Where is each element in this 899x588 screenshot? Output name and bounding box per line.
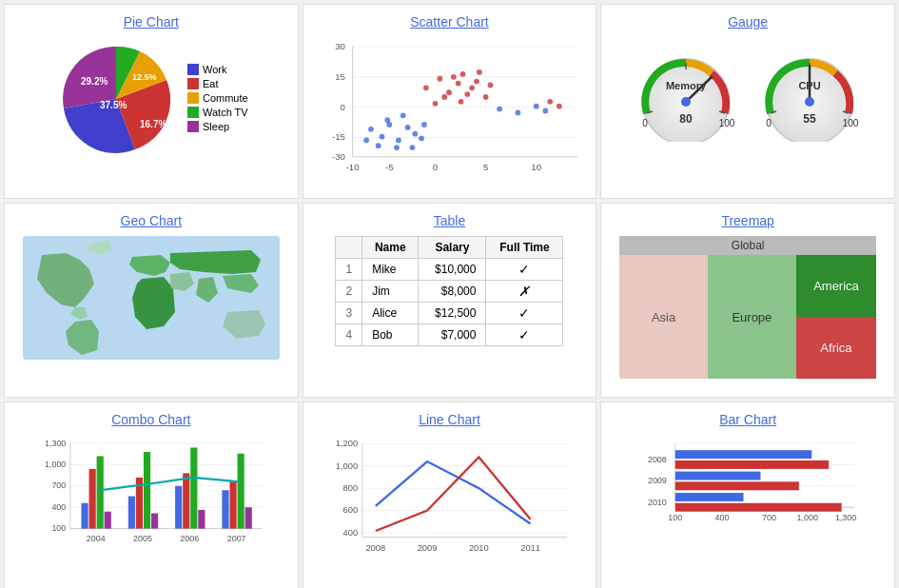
scatter-chart-title[interactable]: Scatter Chart xyxy=(410,14,488,29)
table-title[interactable]: Table xyxy=(434,213,465,228)
memory-gauge: Memory 0 100 80 xyxy=(634,47,738,142)
row4-fulltime: ✓ xyxy=(486,324,563,346)
combo-chart-title[interactable]: Combo Chart xyxy=(111,412,190,427)
svg-text:-10: -10 xyxy=(346,162,360,172)
svg-text:2008: 2008 xyxy=(366,543,386,553)
svg-rect-138 xyxy=(675,450,811,459)
row1-num: 1 xyxy=(336,259,362,281)
treemap-card: Treemap Global Asia Europe America Afric… xyxy=(600,203,895,398)
svg-rect-92 xyxy=(81,503,88,529)
svg-point-52 xyxy=(543,108,549,114)
svg-text:-5: -5 xyxy=(385,162,394,172)
svg-text:1,000: 1,000 xyxy=(45,460,66,469)
table-card: Table Name Salary Full Time 1 Mike $10,0… xyxy=(303,203,597,398)
svg-text:16.7%: 16.7% xyxy=(140,119,166,129)
geo-map xyxy=(23,236,280,360)
scatter-chart-svg: 30 15 0 -15 -30 -10 -5 0 5 10 xyxy=(316,37,582,185)
svg-text:1,000: 1,000 xyxy=(336,461,358,471)
line-chart-svg: 1,200 1,000 800 600 400 2008 2009 2010 2… xyxy=(316,435,582,573)
line-chart-title[interactable]: Line Chart xyxy=(419,412,480,427)
svg-rect-95 xyxy=(105,512,111,529)
row1-name: Mike xyxy=(362,259,419,281)
svg-point-70 xyxy=(805,97,814,107)
svg-text:700: 700 xyxy=(51,480,66,490)
geo-chart-title[interactable]: Geo Chart xyxy=(121,213,183,228)
scatter-chart-card: Scatter Chart 30 15 0 -15 -30 -10 -5 0 5… xyxy=(303,4,597,199)
svg-point-34 xyxy=(488,83,494,88)
svg-text:1,000: 1,000 xyxy=(797,513,818,522)
svg-text:2005: 2005 xyxy=(133,534,152,543)
svg-point-38 xyxy=(396,138,401,144)
table-row: 1 Mike $10,000 ✓ xyxy=(336,259,563,281)
treemap-right: America Africa xyxy=(796,255,876,379)
svg-text:600: 600 xyxy=(343,505,359,515)
svg-point-50 xyxy=(516,110,521,116)
svg-point-32 xyxy=(433,101,439,107)
svg-point-28 xyxy=(465,91,471,97)
data-table: Name Salary Full Time 1 Mike $10,000 ✓ 2… xyxy=(335,236,563,346)
svg-point-33 xyxy=(483,94,489,100)
svg-text:Memory: Memory xyxy=(666,80,707,91)
svg-point-22 xyxy=(447,89,453,95)
gauges-container: Memory 0 100 80 xyxy=(634,47,862,142)
svg-point-24 xyxy=(460,71,466,77)
svg-text:29.2%: 29.2% xyxy=(81,76,107,87)
legend-commute: Commute xyxy=(203,92,248,104)
geo-map-svg xyxy=(23,236,280,360)
svg-point-20 xyxy=(423,85,429,90)
cpu-gauge-svg: CPU 0 100 55 xyxy=(757,47,862,142)
line-chart-card: Line Chart 1,200 1,000 800 600 400 2008 … xyxy=(303,402,597,588)
svg-rect-140 xyxy=(675,472,761,480)
svg-text:2007: 2007 xyxy=(227,534,246,543)
memory-gauge-svg: Memory 0 100 80 xyxy=(634,47,738,142)
row1-salary: $10,000 xyxy=(419,259,486,281)
svg-text:0: 0 xyxy=(766,118,772,128)
table-row: 4 Bob $7,000 ✓ xyxy=(336,324,563,346)
svg-point-23 xyxy=(456,81,461,87)
svg-text:12.5%: 12.5% xyxy=(132,72,157,82)
svg-rect-100 xyxy=(175,486,182,529)
svg-text:55: 55 xyxy=(803,112,816,126)
treemap-container: Global Asia Europe America Africa xyxy=(619,236,876,379)
row2-name: Jim xyxy=(362,281,419,303)
svg-point-46 xyxy=(364,138,370,144)
svg-text:2008: 2008 xyxy=(648,455,667,464)
svg-point-39 xyxy=(405,125,411,130)
svg-text:1,300: 1,300 xyxy=(45,439,66,448)
svg-text:100: 100 xyxy=(843,118,859,128)
row3-num: 3 xyxy=(336,303,362,324)
bar-chart-card: Bar Chart 2008 2009 2010 100 400 700 1,0… xyxy=(600,402,895,588)
row2-salary: $8,000 xyxy=(419,281,486,303)
table-header-name: Name xyxy=(362,237,419,259)
treemap-global-label: Global xyxy=(619,236,876,255)
svg-rect-94 xyxy=(96,456,103,528)
treemap-title[interactable]: Treemap xyxy=(721,213,774,228)
svg-rect-139 xyxy=(675,461,829,469)
svg-rect-104 xyxy=(222,490,228,528)
svg-rect-106 xyxy=(237,454,244,529)
svg-rect-142 xyxy=(675,493,744,501)
row1-fulltime: ✓ xyxy=(486,259,563,281)
row4-name: Bob xyxy=(362,324,419,346)
svg-text:2009: 2009 xyxy=(418,543,438,553)
row2-num: 2 xyxy=(336,281,362,303)
svg-text:100: 100 xyxy=(51,523,66,533)
svg-point-42 xyxy=(395,145,401,150)
bar-chart-svg: 2008 2009 2010 100 400 700 1,000 1,300 xyxy=(619,435,876,559)
row4-num: 4 xyxy=(336,324,362,346)
svg-text:37.5%: 37.5% xyxy=(100,100,127,110)
svg-text:2011: 2011 xyxy=(521,543,541,553)
row3-salary: $12,500 xyxy=(419,303,486,324)
treemap-america: America xyxy=(796,255,876,317)
gauge-title[interactable]: Gauge xyxy=(728,14,768,29)
svg-text:15: 15 xyxy=(336,71,346,82)
svg-point-45 xyxy=(401,112,406,118)
svg-point-21 xyxy=(438,76,443,82)
treemap-europe: Europe xyxy=(708,255,796,379)
pie-chart-title[interactable]: Pie Chart xyxy=(124,14,179,29)
svg-point-60 xyxy=(681,97,691,107)
svg-point-31 xyxy=(477,69,482,75)
bar-chart-title[interactable]: Bar Chart xyxy=(719,412,776,427)
svg-text:30: 30 xyxy=(336,41,346,51)
svg-text:0: 0 xyxy=(341,102,345,112)
